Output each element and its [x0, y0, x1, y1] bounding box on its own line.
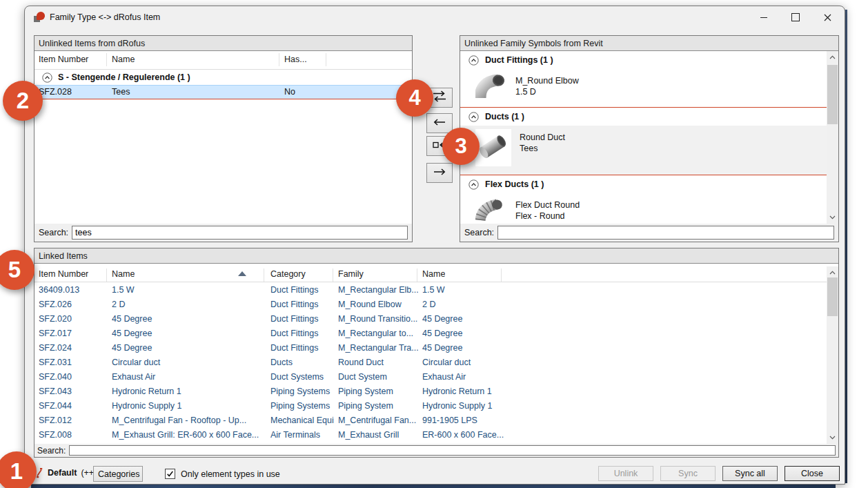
scrollbar-thumb[interactable]: [827, 277, 838, 316]
cell: M_Rectangular Tra...: [338, 343, 418, 353]
cell: M_Exhaust Grill: ER-600 x 600 Face...: [112, 430, 265, 440]
cell: M_Rectangular to...: [338, 329, 418, 338]
cell: SFZ.017: [39, 329, 108, 338]
cell: Exhaust Air: [112, 372, 265, 382]
cell: Air Terminals: [270, 430, 334, 440]
linked-item-row[interactable]: SFZ.0262 DDuct FittingsM_Round Elbow2 D: [34, 297, 827, 312]
cell: M_Centrifugal Fan - Rooftop - Up...: [112, 416, 265, 425]
cell-has: No: [284, 87, 320, 97]
minimize-icon[interactable]: [748, 6, 780, 28]
collapse-group-icon[interactable]: [468, 112, 479, 122]
cell: Duct Fittings: [270, 314, 334, 324]
linked-item-row[interactable]: SFZ.044Hydronic Supply 1Piping SystemsPi…: [34, 399, 827, 413]
family-name: M_Round Elbow: [515, 75, 579, 86]
scrollbar-thumb[interactable]: [827, 65, 838, 124]
revit-symbol-text: Round DuctTees: [520, 129, 565, 154]
maximize-icon[interactable]: [780, 6, 811, 28]
search-label: Search:: [39, 228, 68, 237]
cell: 45 Degree: [112, 314, 265, 324]
scroll-up-icon[interactable]: [827, 52, 838, 63]
linked-item-row[interactable]: SFZ.02445 DegreeDuct FittingsM_Rectangul…: [34, 341, 827, 355]
cell: 2 D: [112, 300, 265, 309]
sync-button: Sync: [660, 466, 716, 481]
revit-symbol-item[interactable]: M_Round Elbow1.5 D: [460, 69, 827, 108]
unlinked-drofus-list: Item Number Name Has... S - Stengende / …: [34, 51, 412, 224]
cell: SFZ.040: [39, 372, 108, 382]
search-label: Search:: [464, 228, 494, 237]
move-right-button[interactable]: [426, 163, 453, 183]
cell: Duct Fittings: [270, 285, 334, 295]
column-header-has[interactable]: Has...: [284, 55, 320, 64]
revit-category-group-row[interactable]: Duct Fittings (1 ): [460, 51, 827, 69]
only-in-use-checkbox[interactable]: [165, 469, 175, 479]
column-header-name-2[interactable]: Name: [422, 269, 445, 279]
family-type-drofus-dialog: Family Type <-> dRofus Item Unlinked Ite…: [24, 6, 845, 485]
categories-button[interactable]: Categories: [93, 466, 143, 482]
cell: Duct Fittings: [270, 300, 334, 309]
drofus-search-input[interactable]: [72, 226, 408, 240]
revit-list-scrollbar[interactable]: [827, 51, 838, 224]
cell: Duct Fittings: [270, 343, 334, 353]
profile-selector[interactable]: Default (++): [34, 467, 97, 478]
revit-category-group-row[interactable]: Ducts (1 ): [460, 108, 827, 126]
type-name: Tees: [520, 143, 565, 154]
revit-search-input[interactable]: [497, 226, 834, 240]
cell: M_Round Elbow: [338, 300, 418, 309]
cell: Hydronic Return 1: [422, 387, 531, 396]
linked-item-row[interactable]: SFZ.040Exhaust AirDuct SystemsDuct Syste…: [34, 370, 827, 384]
drofus-group-row[interactable]: S - Stengende / Regulerende (1 ): [34, 70, 412, 85]
collapse-group-icon[interactable]: [468, 55, 479, 66]
linked-item-row[interactable]: 36409.0131.5 WDuct FittingsM_Rectangular…: [34, 283, 827, 297]
column-header-item-number[interactable]: Item Number: [39, 269, 88, 279]
cell: 1.5 W: [422, 285, 531, 295]
collapse-group-icon[interactable]: [468, 179, 479, 190]
cell: Ducts: [270, 358, 334, 367]
cell: SFZ.012: [39, 416, 108, 425]
elbow-thumbnail: [475, 72, 507, 106]
linked-items-panel-title: Linked Items: [34, 248, 838, 264]
cell: SFZ.020: [39, 314, 108, 324]
revit-search-bar: Search:: [460, 224, 838, 242]
cell: 45 Degree: [422, 329, 531, 338]
cell: SFZ.043: [39, 387, 108, 396]
column-header-category[interactable]: Category: [270, 269, 306, 279]
linked-item-row[interactable]: SFZ.031Circular ductDuctsRound DuctCircu…: [34, 355, 827, 370]
unlink-button: Unlink: [598, 466, 653, 481]
column-header-name[interactable]: Name: [112, 269, 135, 279]
linked-search-input[interactable]: [69, 445, 836, 456]
type-name: 1.5 D: [515, 86, 579, 97]
move-left-button[interactable]: [426, 113, 453, 133]
cell: Hydronic Return 1: [112, 387, 265, 396]
family-name: Flex Duct Round: [515, 199, 580, 211]
title-bar[interactable]: Family Type <-> dRofus Item: [25, 6, 845, 28]
linked-item-row[interactable]: SFZ.01745 DegreeDuct FittingsM_Rectangul…: [34, 326, 827, 341]
scroll-up-icon[interactable]: [827, 267, 838, 278]
cell: 45 Degree: [422, 314, 531, 324]
linked-item-row[interactable]: SFZ.02045 DegreeDuct FittingsM_Round Tra…: [34, 312, 827, 326]
revit-symbol-item[interactable]: Flex Duct RoundFlex - Round: [460, 193, 827, 224]
column-header-item-number[interactable]: Item Number: [39, 55, 105, 64]
revit-category-group-row[interactable]: Flex Ducts (1 ): [460, 175, 827, 193]
scroll-down-icon[interactable]: [827, 432, 838, 443]
column-header-name[interactable]: Name: [112, 55, 277, 64]
cylinder-thumbnail: [475, 129, 511, 166]
cell: 1.5 W: [112, 285, 265, 295]
sync-all-button[interactable]: Sync all: [722, 466, 778, 481]
scroll-down-icon[interactable]: [827, 212, 838, 223]
linked-list-scrollbar[interactable]: [827, 266, 838, 444]
collapse-group-icon[interactable]: [42, 72, 52, 83]
linked-item-row[interactable]: SFZ.008M_Exhaust Grill: ER-600 x 600 Fac…: [34, 428, 827, 442]
linked-items-list: 36409.0131.5 WDuct FittingsM_Rectangular…: [34, 283, 827, 444]
revit-group-label: Duct Fittings (1 ): [485, 55, 553, 65]
close-button[interactable]: Close: [785, 466, 840, 481]
linked-item-row[interactable]: SFZ.043Hydronic Return 1Piping SystemsPi…: [34, 384, 827, 399]
revit-symbol-item[interactable]: Round DuctTees: [460, 126, 827, 175]
cell: SFZ.026: [39, 300, 108, 309]
cell: Hydronic Supply 1: [112, 401, 265, 411]
cell: Round Duct: [338, 358, 418, 367]
drofus-app-icon: [34, 12, 45, 23]
column-header-family[interactable]: Family: [338, 269, 364, 279]
drofus-item-row-selected[interactable]: SFZ.028 Tees No: [34, 85, 412, 99]
linked-item-row[interactable]: SFZ.012M_Centrifugal Fan - Rooftop - Up.…: [34, 413, 827, 428]
close-window-icon[interactable]: [811, 6, 843, 28]
